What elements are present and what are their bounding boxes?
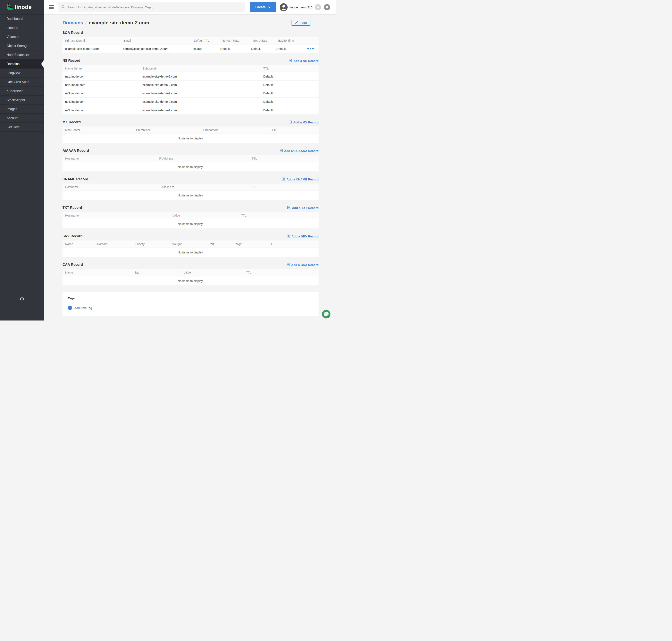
caa-table-header: Name Tag Value TTL: [62, 269, 319, 276]
txt-table-header: Hostname Value TTL: [62, 212, 319, 219]
caa-section-title: CAA Record: [62, 263, 83, 267]
main-content: Domains / example-site-demo-2.com Tags S…: [44, 14, 336, 320]
sidebar-item-stackscripts[interactable]: StackScripts: [0, 96, 44, 105]
global-search: [58, 2, 245, 12]
plus-square-icon: [280, 149, 282, 152]
notifications-bell-icon[interactable]: [324, 4, 330, 10]
plus-square-icon: [289, 121, 292, 124]
cname-section-title: CNAME Record: [62, 177, 88, 181]
soa-table: Primary Domain Email Default TTL Refresh…: [62, 37, 319, 53]
soa-record-section: SOA Record Primary Domain Email Default …: [62, 30, 319, 53]
tags-panel-title: Tags: [68, 297, 314, 300]
soa-retry-rate: Default: [251, 47, 276, 51]
ns-section-title: NS Record: [62, 59, 80, 63]
tags-panel: Tags + Add New Tag: [62, 291, 319, 316]
txt-record-section: TXT Record Add a TXT Record Hostname Val…: [62, 205, 319, 229]
sidebar-item-dashboard[interactable]: Dashboard: [0, 14, 44, 23]
srv-record-section: SRV Record Add a SRV Record Name Domain …: [62, 234, 319, 257]
add-new-tag-button[interactable]: + Add New Tag: [68, 306, 92, 310]
plus-square-icon: [286, 263, 290, 267]
chevron-down-icon: [268, 5, 271, 9]
user-avatar[interactable]: [280, 3, 288, 11]
srv-table: Name Domain Priority Weight Port Target …: [62, 241, 319, 257]
sidebar-item-object-storage[interactable]: Object Storage: [0, 41, 44, 51]
caa-empty-state: No items to display.: [62, 276, 319, 285]
sidebar-item-linodes[interactable]: Linodes: [0, 23, 44, 32]
soa-default-ttl: Default: [193, 47, 221, 51]
plus-square-icon: [289, 59, 292, 63]
sidebar-item-domains[interactable]: Domains: [0, 59, 44, 68]
add-srv-record-link[interactable]: Add a SRV Record: [287, 235, 319, 238]
help-button[interactable]: ?: [322, 310, 331, 318]
sidebar-item-account[interactable]: Account: [0, 113, 44, 123]
ns-table-row: ns5.linode.com example-site-demo-2.com D…: [62, 106, 319, 114]
plus-square-icon: [287, 235, 290, 238]
cname-empty-state: No items to display.: [62, 191, 319, 200]
mx-table-header: Mail Server Preference Subdomain TTL: [62, 126, 319, 134]
a-table: Hostname IP Address TTL No items to disp…: [62, 155, 319, 172]
breadcrumb: Domains / example-site-demo-2.com: [62, 20, 149, 26]
caa-table: Name Tag Value TTL No items to display.: [62, 269, 319, 285]
ns-table-row: ns4.linode.com example-site-demo-2.com D…: [62, 98, 319, 106]
svg-text:?: ?: [325, 312, 327, 316]
soa-email: admin@example-site-demo-2.com: [123, 47, 193, 51]
add-cname-record-link[interactable]: Add a CNAME Record: [282, 178, 319, 181]
edit-tags-button[interactable]: Tags: [292, 20, 310, 26]
mx-section-title: MX Record: [62, 120, 81, 124]
search-icon: [61, 5, 65, 10]
sidebar-item-images[interactable]: Images: [0, 105, 44, 113]
ns-table-row: ns3.linode.com example-site-demo-2.com D…: [62, 89, 319, 98]
mx-record-section: MX Record Add a MX Record Mail Server Pr…: [62, 120, 319, 143]
txt-section-title: TXT Record: [62, 206, 82, 210]
page-header-row: Domains / example-site-demo-2.com Tags: [62, 20, 319, 26]
a-table-header: Hostname IP Address TTL: [62, 155, 319, 162]
cname-table-header: Hostname Aliases to TTL: [62, 183, 319, 191]
page-title: example-site-demo-2.com: [89, 20, 149, 26]
txt-table: Hostname Value TTL No items to display.: [62, 212, 319, 229]
add-caa-record-link[interactable]: Add a CAA Record: [286, 263, 319, 267]
add-mx-record-link[interactable]: Add a MX Record: [289, 121, 319, 124]
sidebar-item-longview[interactable]: Longview: [0, 68, 44, 78]
ns-table: Name Server Subdomain TTL ns1.linode.com…: [62, 65, 319, 114]
srv-section-title: SRV Record: [62, 234, 83, 238]
soa-table-row: example-site-demo-2.com admin@example-si…: [62, 44, 319, 53]
add-ns-record-link[interactable]: Add a NS Record: [289, 59, 319, 63]
mx-empty-state: No items to display.: [62, 134, 319, 143]
hamburger-menu-icon[interactable]: [49, 5, 55, 9]
create-button[interactable]: Create: [250, 2, 276, 12]
cname-table: Hostname Aliases to TTL No items to disp…: [62, 183, 319, 200]
sidebar: linode Dashboard Linodes Volumes Object …: [0, 0, 44, 320]
mx-table: Mail Server Preference Subdomain TTL No …: [62, 126, 319, 143]
settings-gear-icon[interactable]: ⚙: [0, 296, 44, 302]
ns-table-row: ns2.linode.com example-site-demo-2.com D…: [62, 81, 319, 89]
logo-wordmark: linode: [15, 4, 32, 11]
a-section-title: A/AAAA Record: [62, 149, 89, 153]
srv-table-header: Name Domain Priority Weight Port Target …: [62, 241, 319, 248]
srv-empty-state: No items to display.: [62, 248, 319, 257]
soa-table-header: Primary Domain Email Default TTL Refresh…: [62, 37, 319, 44]
breadcrumb-separator: /: [85, 20, 87, 26]
sidebar-item-one-click-apps[interactable]: One-Click Apps: [0, 78, 44, 86]
ns-record-section: NS Record Add a NS Record Name Server Su…: [62, 58, 319, 114]
add-txt-record-link[interactable]: Add a TXT Record: [288, 206, 319, 209]
sidebar-item-volumes[interactable]: Volumes: [0, 32, 44, 41]
soa-section-title: SOA Record: [62, 31, 83, 35]
plus-square-icon: [282, 178, 285, 181]
search-input[interactable]: [67, 5, 242, 9]
notification-count-badge[interactable]: 0: [315, 4, 321, 10]
username-label[interactable]: linode_demo215: [290, 5, 312, 9]
breadcrumb-domains-link[interactable]: Domains: [62, 20, 83, 26]
soa-row-actions-menu[interactable]: [307, 47, 314, 50]
soa-primary-domain: example-site-demo-2.com: [65, 47, 123, 51]
a-empty-state: No items to display.: [62, 162, 319, 172]
sidebar-item-get-help[interactable]: Get Help: [0, 123, 44, 132]
sidebar-item-nodebalancers[interactable]: NodeBalancers: [0, 51, 44, 59]
add-a-record-link[interactable]: Add an A/AAAA Record: [280, 149, 319, 152]
plus-circle-icon: +: [68, 306, 72, 310]
linode-logo[interactable]: linode: [0, 0, 44, 14]
pencil-icon: [295, 21, 298, 25]
sidebar-nav: Dashboard Linodes Volumes Object Storage…: [0, 14, 44, 132]
sidebar-item-kubernetes[interactable]: Kubernetes: [0, 86, 44, 96]
ns-table-header: Name Server Subdomain TTL: [62, 65, 319, 72]
linode-cube-icon: [6, 3, 13, 12]
